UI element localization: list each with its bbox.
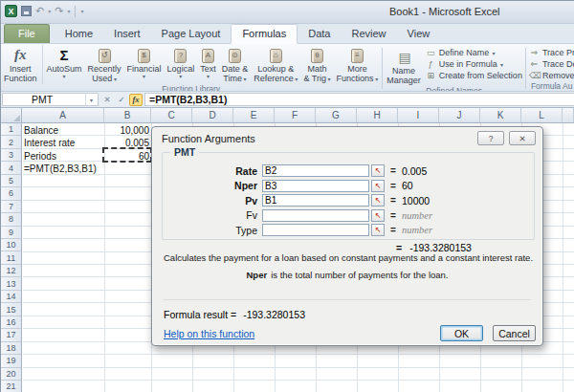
column-header-K[interactable]: K [480,108,521,122]
save-icon[interactable] [21,6,32,16]
tab-review[interactable]: Review [341,25,396,43]
nper-collapse-dialog-button[interactable]: ↖ [371,180,385,192]
row-header-17[interactable]: 17 [1,329,21,341]
cell-A3[interactable]: Periods [24,150,102,163]
financial-button[interactable]: $Financial▾ [124,45,165,84]
autosum-button[interactable]: ΣAutoSum▾ [44,45,85,84]
column-header-J[interactable]: J [439,108,480,122]
tab-view[interactable]: View [397,25,441,43]
cell-A4[interactable]: =PMT(B2,B3,B1) [24,163,102,175]
cancel-entry-icon[interactable]: ✕ [100,94,114,106]
row-header-15[interactable]: 15 [1,303,21,316]
column-header-I[interactable]: I [398,108,439,122]
nper-input[interactable] [262,180,369,192]
row-header-5[interactable]: 5 [1,175,21,187]
column-header-C[interactable]: C [151,108,192,122]
pv-input[interactable] [262,194,369,207]
row-header-3[interactable]: 3 [1,149,21,162]
use-in-formula-button[interactable]: ƒUse in Formula▾ [424,58,524,70]
customize-qat-icon[interactable]: ▾ [80,8,83,14]
dialog-help-button[interactable]: ? [477,131,504,145]
cancel-button[interactable]: Cancel [493,325,536,341]
trace-precedents-button[interactable]: ⇒Trace Precedents [527,47,574,58]
date-time-button[interactable]: ⊙Date &Time ▾ [219,45,252,84]
remove-arrows-button[interactable]: ⌫Remove Arrows▾ [527,70,574,81]
tab-file[interactable]: File [4,24,50,43]
redo-dropdown-icon[interactable]: ▾ [67,8,70,14]
fv-collapse-dialog-button[interactable]: ↖ [371,209,385,222]
column-header-D[interactable]: D [192,108,233,122]
define-name-button[interactable]: ▭Define Name▾ [424,47,524,58]
row-header-2[interactable]: 2 [1,136,21,148]
trace-dependents-button[interactable]: ⇐Trace Dependents [527,58,574,70]
ok-button[interactable]: OK [440,325,483,341]
column-header-F[interactable]: F [275,108,316,122]
more-functions-button[interactable]: ≡MoreFunctions ▾ [334,45,382,84]
type-result: number [402,225,432,235]
column-header-B[interactable]: B [104,108,151,122]
row-header-8[interactable]: 8 [1,213,21,226]
tab-data[interactable]: Data [298,25,341,43]
insert-function-icon[interactable]: fx [129,94,143,106]
cell-B1[interactable]: 10,000 [104,124,149,137]
name-manager-button[interactable]: ▤ Name Manager [384,47,424,86]
row-header-10[interactable]: 10 [1,239,21,251]
column-header-A[interactable]: A [22,108,104,122]
nper-label: Nper [152,180,262,191]
row-header-18[interactable]: 18 [1,342,21,355]
row-header-14[interactable]: 14 [1,291,21,303]
formula-input[interactable]: =PMT(B2,B3,B1) [144,93,574,106]
math-trig-button[interactable]: θMath& Trig ▾ [300,45,333,84]
create-from-selection-button[interactable]: ⊞Create from Selection [424,70,524,81]
cell-A1[interactable]: Balance [24,124,102,137]
tab-insert[interactable]: Insert [103,25,151,43]
pv-result: 10000 [402,195,430,207]
column-header-G[interactable]: G [316,108,357,122]
logical-button[interactable]: ?Logical▾ [165,45,198,84]
redo-icon[interactable]: ↷ [55,6,63,16]
insert-function-button[interactable]: fxInsertFunction [1,45,43,84]
row-header-7[interactable]: 7 [1,201,21,213]
column-header-L[interactable]: L [521,108,563,122]
text-button[interactable]: AText▾ [197,45,219,84]
qat-separator [75,6,76,17]
name-box[interactable]: PMT ▾ [2,93,99,106]
row-header-21[interactable]: 21 [1,381,21,392]
lookup-reference-button[interactable]: ⌂Lookup &Reference ▾ [251,45,300,84]
row-header-6[interactable]: 6 [1,187,21,200]
rate-input[interactable] [262,164,369,177]
row-header-13[interactable]: 13 [1,277,21,290]
row-header-19[interactable]: 19 [1,355,21,367]
excel-logo-icon[interactable]: X [5,5,17,17]
row-header-1[interactable]: 1 [1,123,21,136]
tab-page-layout[interactable]: Page Layout [151,25,232,43]
name-box-dropdown-icon[interactable]: ▾ [85,94,97,105]
type-collapse-dialog-button[interactable]: ↖ [371,224,385,236]
undo-icon[interactable]: ↶ [35,6,44,16]
enter-entry-icon[interactable]: ✓ [115,94,128,106]
date-time-icon: ⊙ [229,49,241,63]
column-header-E[interactable]: E [233,108,275,122]
tab-formulas[interactable]: Formulas [231,24,298,44]
row-header-12[interactable]: 12 [1,265,21,277]
rate-collapse-dialog-button[interactable]: ↖ [371,164,385,177]
pv-collapse-dialog-button[interactable]: ↖ [371,194,385,207]
dropdown-icon: ▾ [179,74,182,80]
row-header-9[interactable]: 9 [1,227,21,239]
defined-names-group: ▤ Name Manager ▭Define Name▾ƒUse in Form… [384,45,524,91]
tab-home[interactable]: Home [55,25,103,43]
help-on-function-link[interactable]: Help on this function [164,328,254,339]
column-header-H[interactable]: H [357,108,398,122]
cell-A2[interactable]: Interest rate [24,137,102,149]
row-header-11[interactable]: 11 [1,252,21,265]
undo-dropdown-icon[interactable]: ▾ [48,8,51,14]
dialog-close-button[interactable]: ✕ [509,131,536,145]
row-header-4[interactable]: 4 [1,162,21,174]
select-all-corner[interactable] [1,108,22,122]
recently-used-button[interactable]: ↺RecentlyUsed ▾ [85,45,124,84]
type-input[interactable] [262,224,369,236]
row-header-16[interactable]: 16 [1,316,21,329]
type-label: Type [152,225,262,236]
row-header-20[interactable]: 20 [1,368,21,381]
fv-input[interactable] [262,209,369,222]
